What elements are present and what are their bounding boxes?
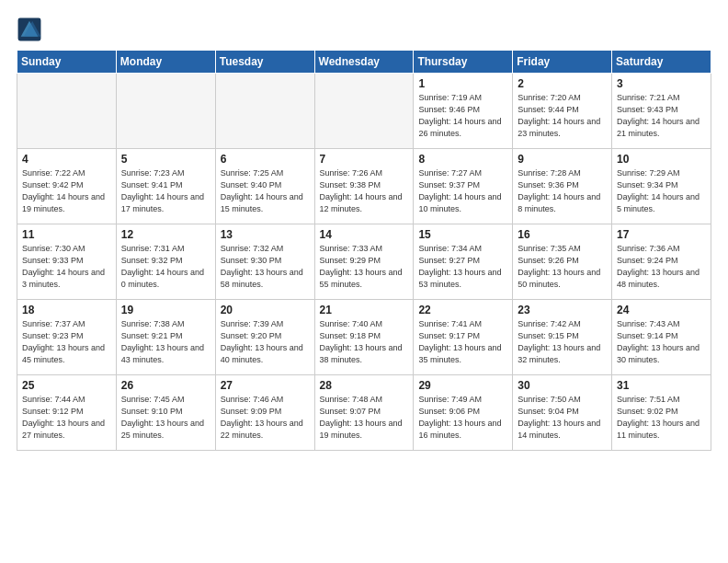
calendar-week-row: 11 Sunrise: 7:30 AM Sunset: 9:33 PM Dayl… [17,224,711,300]
day-info: Sunrise: 7:45 AM Sunset: 9:10 PM Dayligh… [121,394,210,442]
day-number: 1 [418,77,507,90]
day-number: 27 [221,379,310,392]
calendar-day-cell: 31 Sunrise: 7:51 AM Sunset: 9:02 PM Dayl… [612,375,711,451]
day-number: 14 [320,228,409,241]
weekday-header-row: SundayMondayTuesdayWednesdayThursdayFrid… [17,51,711,74]
calendar-day-cell: 15 Sunrise: 7:34 AM Sunset: 9:27 PM Dayl… [414,224,513,300]
calendar-day-cell: 22 Sunrise: 7:41 AM Sunset: 9:17 PM Dayl… [414,300,513,375]
day-info: Sunrise: 7:36 AM Sunset: 9:24 PM Dayligh… [617,243,706,291]
calendar-day-cell: 28 Sunrise: 7:48 AM Sunset: 9:07 PM Dayl… [314,375,414,451]
day-number: 3 [617,77,706,90]
calendar-day-cell: 25 Sunrise: 7:44 AM Sunset: 9:12 PM Dayl… [17,375,117,451]
logo [17,17,46,42]
day-number: 13 [221,228,310,241]
day-number: 2 [518,77,607,90]
day-info: Sunrise: 7:29 AM Sunset: 9:34 PM Dayligh… [617,167,706,215]
day-info: Sunrise: 7:35 AM Sunset: 9:26 PM Dayligh… [518,243,607,291]
day-number: 19 [121,304,210,316]
calendar-day-cell: 9 Sunrise: 7:28 AM Sunset: 9:36 PM Dayli… [513,149,612,224]
calendar-day-cell: 8 Sunrise: 7:27 AM Sunset: 9:37 PM Dayli… [414,149,513,224]
day-number: 22 [418,304,507,316]
day-number: 4 [22,153,111,166]
day-info: Sunrise: 7:20 AM Sunset: 9:44 PM Dayligh… [518,92,607,140]
day-number: 15 [418,228,507,241]
calendar-body: 1 Sunrise: 7:19 AM Sunset: 9:46 PM Dayli… [17,74,711,451]
calendar-day-cell: 18 Sunrise: 7:37 AM Sunset: 9:23 PM Dayl… [17,300,117,375]
day-info: Sunrise: 7:26 AM Sunset: 9:38 PM Dayligh… [320,167,409,215]
calendar-day-cell: 16 Sunrise: 7:35 AM Sunset: 9:26 PM Dayl… [513,224,612,300]
calendar-day-cell: 12 Sunrise: 7:31 AM Sunset: 9:32 PM Dayl… [116,224,215,300]
day-info: Sunrise: 7:37 AM Sunset: 9:23 PM Dayligh… [22,318,111,366]
calendar-day-cell: 17 Sunrise: 7:36 AM Sunset: 9:24 PM Dayl… [612,224,711,300]
day-number: 9 [518,153,607,166]
day-number: 7 [320,153,409,166]
calendar-day-cell: 4 Sunrise: 7:22 AM Sunset: 9:42 PM Dayli… [17,149,117,224]
weekday-header-cell: Friday [513,51,612,74]
day-info: Sunrise: 7:21 AM Sunset: 9:43 PM Dayligh… [617,92,706,140]
day-info: Sunrise: 7:31 AM Sunset: 9:32 PM Dayligh… [121,243,210,291]
calendar-day-cell: 24 Sunrise: 7:43 AM Sunset: 9:14 PM Dayl… [612,300,711,375]
day-info: Sunrise: 7:25 AM Sunset: 9:40 PM Dayligh… [221,167,310,215]
calendar-day-cell: 21 Sunrise: 7:40 AM Sunset: 9:18 PM Dayl… [314,300,414,375]
day-number: 17 [617,228,706,241]
calendar-day-cell: 11 Sunrise: 7:30 AM Sunset: 9:33 PM Dayl… [17,224,117,300]
day-info: Sunrise: 7:33 AM Sunset: 9:29 PM Dayligh… [320,243,409,291]
day-info: Sunrise: 7:32 AM Sunset: 9:30 PM Dayligh… [221,243,310,291]
day-info: Sunrise: 7:50 AM Sunset: 9:04 PM Dayligh… [518,394,607,442]
calendar-day-cell: 27 Sunrise: 7:46 AM Sunset: 9:09 PM Dayl… [215,375,314,451]
calendar-day-cell: 1 Sunrise: 7:19 AM Sunset: 9:46 PM Dayli… [414,74,513,149]
calendar-week-row: 4 Sunrise: 7:22 AM Sunset: 9:42 PM Dayli… [17,149,711,224]
weekday-header-cell: Monday [116,51,215,74]
calendar-day-cell: 20 Sunrise: 7:39 AM Sunset: 9:20 PM Dayl… [215,300,314,375]
calendar-day-cell: 10 Sunrise: 7:29 AM Sunset: 9:34 PM Dayl… [612,149,711,224]
day-number: 31 [617,379,706,392]
logo-icon [17,17,42,42]
calendar-day-cell [17,74,117,149]
day-number: 5 [121,153,210,166]
day-info: Sunrise: 7:42 AM Sunset: 9:15 PM Dayligh… [518,318,607,366]
day-info: Sunrise: 7:34 AM Sunset: 9:27 PM Dayligh… [418,243,507,291]
calendar-day-cell: 7 Sunrise: 7:26 AM Sunset: 9:38 PM Dayli… [314,149,414,224]
day-number: 21 [320,304,409,316]
calendar-day-cell [314,74,414,149]
page: SundayMondayTuesdayWednesdayThursdayFrid… [0,0,728,460]
day-info: Sunrise: 7:46 AM Sunset: 9:09 PM Dayligh… [221,394,310,442]
day-info: Sunrise: 7:28 AM Sunset: 9:36 PM Dayligh… [518,167,607,215]
day-number: 12 [121,228,210,241]
day-info: Sunrise: 7:38 AM Sunset: 9:21 PM Dayligh… [121,318,210,366]
day-info: Sunrise: 7:39 AM Sunset: 9:20 PM Dayligh… [221,318,310,366]
day-number: 8 [418,153,507,166]
weekday-header-cell: Wednesday [314,51,414,74]
day-number: 24 [617,304,706,316]
day-number: 26 [121,379,210,392]
day-number: 30 [518,379,607,392]
calendar-day-cell: 2 Sunrise: 7:20 AM Sunset: 9:44 PM Dayli… [513,74,612,149]
calendar-day-cell: 26 Sunrise: 7:45 AM Sunset: 9:10 PM Dayl… [116,375,215,451]
calendar-day-cell: 30 Sunrise: 7:50 AM Sunset: 9:04 PM Dayl… [513,375,612,451]
calendar-day-cell: 29 Sunrise: 7:49 AM Sunset: 9:06 PM Dayl… [414,375,513,451]
day-number: 23 [518,304,607,316]
day-info: Sunrise: 7:48 AM Sunset: 9:07 PM Dayligh… [320,394,409,442]
day-info: Sunrise: 7:41 AM Sunset: 9:17 PM Dayligh… [418,318,507,366]
day-info: Sunrise: 7:49 AM Sunset: 9:06 PM Dayligh… [418,394,507,442]
day-number: 18 [22,304,111,316]
calendar-day-cell: 6 Sunrise: 7:25 AM Sunset: 9:40 PM Dayli… [215,149,314,224]
weekday-header-cell: Sunday [17,51,117,74]
calendar-day-cell: 3 Sunrise: 7:21 AM Sunset: 9:43 PM Dayli… [612,74,711,149]
calendar-day-cell: 14 Sunrise: 7:33 AM Sunset: 9:29 PM Dayl… [314,224,414,300]
header [17,17,711,42]
day-info: Sunrise: 7:22 AM Sunset: 9:42 PM Dayligh… [22,167,111,215]
day-info: Sunrise: 7:51 AM Sunset: 9:02 PM Dayligh… [617,394,706,442]
day-number: 6 [221,153,310,166]
calendar-day-cell: 5 Sunrise: 7:23 AM Sunset: 9:41 PM Dayli… [116,149,215,224]
calendar-week-row: 1 Sunrise: 7:19 AM Sunset: 9:46 PM Dayli… [17,74,711,149]
day-info: Sunrise: 7:19 AM Sunset: 9:46 PM Dayligh… [418,92,507,140]
day-info: Sunrise: 7:40 AM Sunset: 9:18 PM Dayligh… [320,318,409,366]
day-number: 10 [617,153,706,166]
calendar-week-row: 18 Sunrise: 7:37 AM Sunset: 9:23 PM Dayl… [17,300,711,375]
weekday-header-cell: Thursday [414,51,513,74]
calendar-day-cell: 13 Sunrise: 7:32 AM Sunset: 9:30 PM Dayl… [215,224,314,300]
day-number: 11 [22,228,111,241]
day-number: 28 [320,379,409,392]
day-number: 25 [22,379,111,392]
